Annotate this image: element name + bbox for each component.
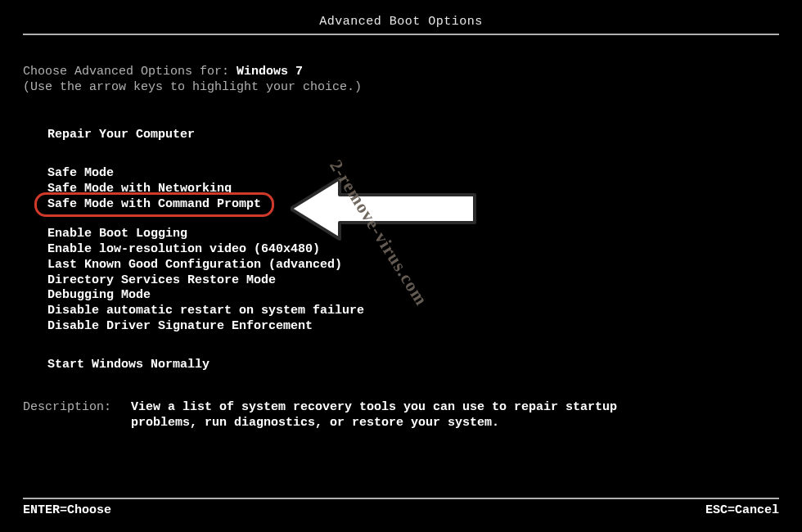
option-safe-mode[interactable]: Safe Mode <box>43 166 119 182</box>
description-label: Description: <box>23 400 118 431</box>
boot-options-screen: Advanced Boot Options Choose Advanced Op… <box>0 0 802 532</box>
option-enable-boot-logging[interactable]: Enable Boot Logging <box>43 227 192 242</box>
option-last-known-good-config[interactable]: Last Known Good Configuration (advanced) <box>43 258 347 273</box>
option-start-windows-normally[interactable]: Start Windows Normally <box>43 358 214 373</box>
footer-esc-hint: ESC=Cancel <box>705 503 779 519</box>
option-safe-mode-networking[interactable]: Safe Mode with Networking <box>43 182 237 197</box>
title-rule <box>23 34 779 35</box>
arrow-keys-hint: (Use the arrow keys to highlight your ch… <box>23 80 779 96</box>
option-debugging-mode[interactable]: Debugging Mode <box>43 288 155 304</box>
footer-rule <box>23 498 779 499</box>
description-text: View a list of system recovery tools you… <box>131 400 655 431</box>
footer-enter-hint: ENTER=Choose <box>23 503 111 519</box>
option-disable-driver-sig[interactable]: Disable Driver Signature Enforcement <box>43 319 318 335</box>
choose-prompt: Choose Advanced Options for: Windows 7 <box>23 65 779 80</box>
option-safe-mode-command-prompt[interactable]: Safe Mode with Command Prompt <box>43 197 266 213</box>
description-block: Description: View a list of system recov… <box>23 400 779 431</box>
choose-label: Choose Advanced Options for: <box>23 65 237 79</box>
options-list: Repair Your Computer Safe Mode Safe Mode… <box>23 128 779 372</box>
option-directory-services-restore[interactable]: Directory Services Restore Mode <box>43 273 281 289</box>
os-name: Windows 7 <box>237 65 303 79</box>
page-title: Advanced Boot Options <box>23 15 779 30</box>
option-disable-auto-restart[interactable]: Disable automatic restart on system fail… <box>43 304 369 319</box>
option-low-resolution-video[interactable]: Enable low-resolution video (640x480) <box>43 242 325 258</box>
option-repair-your-computer[interactable]: Repair Your Computer <box>43 128 200 143</box>
footer-bar: ENTER=Choose ESC=Cancel <box>23 503 779 519</box>
highlighted-option-wrap: Safe Mode with Command Prompt <box>43 197 266 213</box>
